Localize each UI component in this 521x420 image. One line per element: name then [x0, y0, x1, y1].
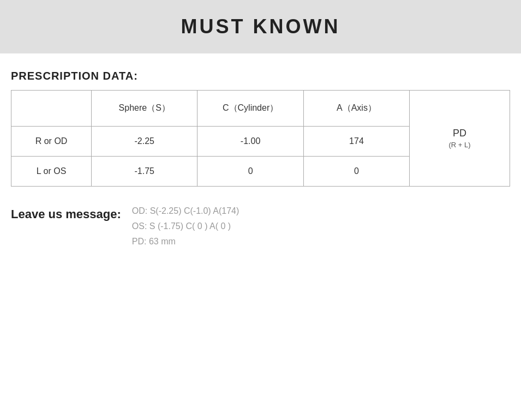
pd-label-main: PD — [415, 127, 504, 140]
od-axis: 174 — [303, 127, 409, 157]
header-banner: MUST KNOWN — [0, 0, 521, 53]
col-header-sphere: Sphere（S） — [92, 91, 197, 127]
row-label-od: R or OD — [11, 127, 92, 157]
row-label-os: L or OS — [11, 157, 92, 187]
header-title: MUST KNOWN — [181, 15, 340, 38]
prescription-table: Sphere（S） C（Cylinder） A（Axis） PD (R + L)… — [11, 90, 510, 187]
leave-message-label: Leave us message: — [11, 207, 121, 221]
message-line-pd: PD: 63 mm — [132, 237, 239, 247]
col-header-pd: PD (R + L) — [410, 91, 510, 187]
col-header-axis: A（Axis） — [303, 91, 409, 127]
message-line-os: OS: S (-1.75) C( 0 ) A( 0 ) — [132, 221, 239, 231]
leave-message-section: Leave us message: OD: S(-2.25) C(-1.0) A… — [11, 206, 510, 247]
od-sphere: -2.25 — [92, 127, 197, 157]
col-header-empty — [11, 91, 92, 127]
os-cylinder: 0 — [197, 157, 303, 187]
pd-label-sub: (R + L) — [415, 140, 504, 150]
os-sphere: -1.75 — [92, 157, 197, 187]
message-lines-container: OD: S(-2.25) C(-1.0) A(174) OS: S (-1.75… — [132, 206, 239, 247]
message-line-od: OD: S(-2.25) C(-1.0) A(174) — [132, 206, 239, 216]
main-content: PRESCRIPTION DATA: Sphere（S） C（Cylinder）… — [0, 70, 521, 263]
table-header-row: Sphere（S） C（Cylinder） A（Axis） PD (R + L) — [11, 91, 510, 127]
os-axis: 0 — [303, 157, 409, 187]
od-cylinder: -1.00 — [197, 127, 303, 157]
prescription-section-label: PRESCRIPTION DATA: — [11, 70, 510, 82]
col-header-cylinder: C（Cylinder） — [197, 91, 303, 127]
